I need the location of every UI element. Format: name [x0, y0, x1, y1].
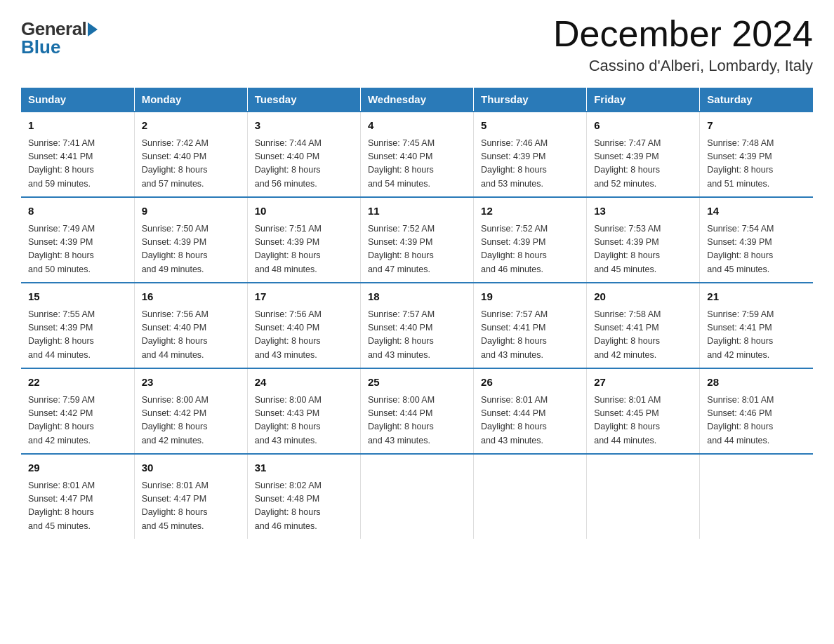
weekday-header-thursday: Thursday [474, 88, 587, 112]
logo-blue-text: Blue [21, 38, 60, 56]
day-info: Sunrise: 7:52 AM Sunset: 4:39 PM Dayligh… [368, 222, 466, 277]
calendar-week-row-3: 15 Sunrise: 7:55 AM Sunset: 4:39 PM Dayl… [21, 283, 813, 368]
calendar-cell: 13 Sunrise: 7:53 AM Sunset: 4:39 PM Dayl… [587, 197, 700, 283]
day-number: 14 [707, 203, 806, 220]
day-info: Sunrise: 7:55 AM Sunset: 4:39 PM Dayligh… [28, 308, 127, 363]
calendar-cell [700, 454, 813, 539]
day-number: 25 [368, 375, 466, 391]
calendar-cell: 1 Sunrise: 7:41 AM Sunset: 4:41 PM Dayli… [21, 112, 134, 197]
calendar-cell: 29 Sunrise: 8:01 AM Sunset: 4:47 PM Dayl… [21, 454, 134, 539]
day-number: 4 [368, 118, 466, 134]
day-info: Sunrise: 7:51 AM Sunset: 4:39 PM Dayligh… [255, 222, 353, 277]
calendar-cell: 7 Sunrise: 7:48 AM Sunset: 4:39 PM Dayli… [700, 112, 813, 197]
day-info: Sunrise: 7:56 AM Sunset: 4:40 PM Dayligh… [142, 308, 240, 363]
day-info: Sunrise: 7:42 AM Sunset: 4:40 PM Dayligh… [142, 137, 240, 192]
day-number: 23 [142, 375, 240, 391]
day-info: Sunrise: 8:00 AM Sunset: 4:42 PM Dayligh… [142, 394, 240, 448]
day-number: 15 [28, 289, 127, 305]
calendar-cell: 12 Sunrise: 7:52 AM Sunset: 4:39 PM Dayl… [474, 197, 587, 283]
weekday-header-monday: Monday [134, 88, 247, 112]
day-number: 12 [481, 203, 579, 220]
calendar-cell: 25 Sunrise: 8:00 AM Sunset: 4:44 PM Dayl… [360, 368, 473, 454]
day-number: 8 [28, 203, 127, 220]
day-info: Sunrise: 8:01 AM Sunset: 4:44 PM Dayligh… [481, 394, 579, 448]
day-info: Sunrise: 7:48 AM Sunset: 4:39 PM Dayligh… [707, 137, 806, 192]
day-number: 16 [142, 289, 240, 305]
calendar-week-row-2: 8 Sunrise: 7:49 AM Sunset: 4:39 PM Dayli… [21, 197, 813, 283]
day-number: 10 [255, 203, 353, 220]
day-info: Sunrise: 7:57 AM Sunset: 4:41 PM Dayligh… [481, 308, 579, 363]
day-info: Sunrise: 7:49 AM Sunset: 4:39 PM Dayligh… [28, 222, 127, 277]
day-number: 18 [368, 289, 466, 305]
calendar-cell: 5 Sunrise: 7:46 AM Sunset: 4:39 PM Dayli… [474, 112, 587, 197]
calendar-cell: 19 Sunrise: 7:57 AM Sunset: 4:41 PM Dayl… [474, 283, 587, 368]
calendar-cell [587, 454, 700, 539]
day-info: Sunrise: 7:56 AM Sunset: 4:40 PM Dayligh… [255, 308, 353, 363]
day-number: 30 [142, 460, 240, 476]
calendar-cell: 23 Sunrise: 8:00 AM Sunset: 4:42 PM Dayl… [134, 368, 247, 454]
calendar-cell: 28 Sunrise: 8:01 AM Sunset: 4:46 PM Dayl… [700, 368, 813, 454]
day-info: Sunrise: 7:54 AM Sunset: 4:39 PM Dayligh… [707, 222, 806, 277]
day-info: Sunrise: 7:44 AM Sunset: 4:40 PM Dayligh… [255, 137, 353, 192]
calendar-cell: 11 Sunrise: 7:52 AM Sunset: 4:39 PM Dayl… [360, 197, 473, 283]
calendar-table: SundayMondayTuesdayWednesdayThursdayFrid… [21, 88, 813, 539]
day-number: 11 [368, 203, 466, 220]
day-info: Sunrise: 7:53 AM Sunset: 4:39 PM Dayligh… [594, 222, 692, 277]
calendar-cell: 14 Sunrise: 7:54 AM Sunset: 4:39 PM Dayl… [700, 197, 813, 283]
calendar-cell: 21 Sunrise: 7:59 AM Sunset: 4:41 PM Dayl… [700, 283, 813, 368]
day-info: Sunrise: 7:47 AM Sunset: 4:39 PM Dayligh… [594, 137, 692, 192]
day-number: 5 [481, 118, 579, 134]
day-number: 9 [142, 203, 240, 220]
calendar-cell: 24 Sunrise: 8:00 AM Sunset: 4:43 PM Dayl… [247, 368, 360, 454]
calendar-cell: 26 Sunrise: 8:01 AM Sunset: 4:44 PM Dayl… [474, 368, 587, 454]
calendar-cell: 20 Sunrise: 7:58 AM Sunset: 4:41 PM Dayl… [587, 283, 700, 368]
day-number: 27 [594, 375, 692, 391]
calendar-cell: 2 Sunrise: 7:42 AM Sunset: 4:40 PM Dayli… [134, 112, 247, 197]
weekday-header-friday: Friday [587, 88, 700, 112]
calendar-cell: 15 Sunrise: 7:55 AM Sunset: 4:39 PM Dayl… [21, 283, 134, 368]
day-number: 7 [707, 118, 806, 134]
calendar-cell: 18 Sunrise: 7:57 AM Sunset: 4:40 PM Dayl… [360, 283, 473, 368]
calendar-cell: 3 Sunrise: 7:44 AM Sunset: 4:40 PM Dayli… [247, 112, 360, 197]
page-header: General Blue December 2024 Cassino d'Alb… [21, 14, 813, 75]
day-info: Sunrise: 7:59 AM Sunset: 4:41 PM Dayligh… [707, 308, 806, 363]
calendar-cell: 17 Sunrise: 7:56 AM Sunset: 4:40 PM Dayl… [247, 283, 360, 368]
day-number: 19 [481, 289, 579, 305]
day-number: 17 [255, 289, 353, 305]
calendar-cell: 6 Sunrise: 7:47 AM Sunset: 4:39 PM Dayli… [587, 112, 700, 197]
day-info: Sunrise: 8:02 AM Sunset: 4:48 PM Dayligh… [255, 479, 353, 534]
logo: General Blue [21, 14, 98, 56]
day-info: Sunrise: 7:41 AM Sunset: 4:41 PM Dayligh… [28, 137, 127, 192]
calendar-cell: 9 Sunrise: 7:50 AM Sunset: 4:39 PM Dayli… [134, 197, 247, 283]
day-number: 6 [594, 118, 692, 134]
day-info: Sunrise: 8:00 AM Sunset: 4:44 PM Dayligh… [368, 394, 466, 448]
weekday-header-saturday: Saturday [700, 88, 813, 112]
month-title: December 2024 [553, 14, 813, 54]
calendar-cell [474, 454, 587, 539]
day-info: Sunrise: 7:46 AM Sunset: 4:39 PM Dayligh… [481, 137, 579, 192]
title-block: December 2024 Cassino d'Alberi, Lombardy… [553, 14, 813, 75]
day-info: Sunrise: 7:57 AM Sunset: 4:40 PM Dayligh… [368, 308, 466, 363]
day-info: Sunrise: 8:01 AM Sunset: 4:45 PM Dayligh… [594, 394, 692, 448]
calendar-cell [360, 454, 473, 539]
day-number: 2 [142, 118, 240, 134]
day-number: 21 [707, 289, 806, 305]
day-info: Sunrise: 8:01 AM Sunset: 4:47 PM Dayligh… [28, 479, 127, 534]
day-number: 1 [28, 118, 127, 134]
calendar-week-row-4: 22 Sunrise: 7:59 AM Sunset: 4:42 PM Dayl… [21, 368, 813, 454]
weekday-header-tuesday: Tuesday [247, 88, 360, 112]
weekday-header-sunday: Sunday [21, 88, 134, 112]
day-number: 26 [481, 375, 579, 391]
day-number: 31 [255, 460, 353, 476]
location-title: Cassino d'Alberi, Lombardy, Italy [553, 57, 813, 75]
day-number: 22 [28, 375, 127, 391]
calendar-week-row-1: 1 Sunrise: 7:41 AM Sunset: 4:41 PM Dayli… [21, 112, 813, 197]
calendar-cell: 31 Sunrise: 8:02 AM Sunset: 4:48 PM Dayl… [247, 454, 360, 539]
calendar-week-row-5: 29 Sunrise: 8:01 AM Sunset: 4:47 PM Dayl… [21, 454, 813, 539]
day-info: Sunrise: 8:00 AM Sunset: 4:43 PM Dayligh… [255, 394, 353, 448]
day-number: 13 [594, 203, 692, 220]
logo-general-text: General [21, 20, 98, 38]
day-info: Sunrise: 7:52 AM Sunset: 4:39 PM Dayligh… [481, 222, 579, 277]
day-number: 3 [255, 118, 353, 134]
day-number: 28 [707, 375, 806, 391]
